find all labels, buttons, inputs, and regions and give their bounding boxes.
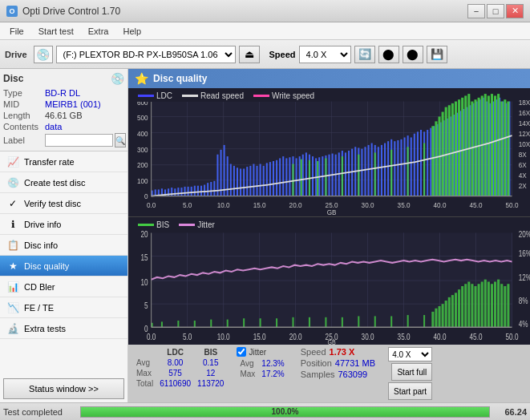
- svg-text:0: 0: [144, 192, 148, 201]
- svg-rect-160: [342, 156, 343, 196]
- svg-rect-86: [285, 158, 287, 196]
- menu-file[interactable]: File: [3, 25, 30, 38]
- svg-rect-259: [471, 284, 473, 327]
- nav-create-test-disc-label: Create test disc: [24, 178, 85, 188]
- start-part-button[interactable]: Start part: [388, 382, 432, 400]
- svg-text:10: 10: [140, 277, 148, 287]
- disc-quality-icon: ★: [6, 260, 19, 273]
- app-icon: O: [6, 6, 18, 17]
- label-search-button[interactable]: 🔍: [115, 133, 126, 147]
- j-avg-label: Avg: [237, 358, 258, 369]
- button2[interactable]: ⬤: [378, 46, 399, 63]
- disc-title: Disc: [3, 73, 23, 84]
- nav-drive-info[interactable]: ℹ Drive info: [0, 214, 127, 235]
- svg-text:4%: 4%: [519, 319, 528, 329]
- refresh-button[interactable]: 🔄: [354, 46, 375, 63]
- drive-select[interactable]: (F:) PLEXTOR BD-R PX-LB950SA 1.06: [56, 46, 236, 63]
- svg-rect-54: [180, 188, 182, 196]
- mid-value: MEIRB1 (001): [45, 99, 101, 109]
- svg-rect-124: [411, 137, 412, 196]
- svg-rect-57: [191, 187, 192, 196]
- svg-text:18X: 18X: [519, 99, 530, 107]
- svg-rect-76: [253, 164, 254, 196]
- save-button[interactable]: 💾: [427, 46, 447, 63]
- close-button[interactable]: ✕: [506, 4, 524, 18]
- svg-rect-174: [458, 99, 460, 196]
- svg-text:10X: 10X: [519, 140, 530, 149]
- svg-text:20%: 20%: [519, 228, 530, 239]
- svg-rect-87: [289, 157, 290, 196]
- svg-rect-101: [335, 155, 337, 196]
- status-window-button[interactable]: Status window >>: [3, 378, 124, 399]
- svg-rect-179: [474, 99, 476, 196]
- nav-items: 📈 Transfer rate 💿 Create test disc ✓ Ver…: [0, 151, 127, 375]
- svg-rect-247: [431, 311, 434, 326]
- jitter-checkbox[interactable]: [237, 347, 246, 357]
- svg-rect-184: [491, 94, 493, 196]
- svg-rect-80: [266, 163, 268, 196]
- nav-create-test-disc[interactable]: 💿 Create test disc: [0, 172, 127, 193]
- svg-rect-253: [451, 295, 454, 327]
- svg-rect-188: [504, 99, 506, 196]
- jitter-label: Jitter: [197, 220, 215, 229]
- svg-rect-84: [279, 158, 281, 196]
- svg-rect-237: [276, 318, 277, 327]
- svg-rect-256: [461, 285, 463, 326]
- nav-verify-test-disc[interactable]: ✓ Verify test disc: [0, 193, 127, 214]
- speed-select-stats[interactable]: 4.0 X 2.0 X 8.0 X: [388, 347, 432, 361]
- svg-rect-262: [481, 281, 483, 327]
- nav-disc-info[interactable]: 📋 Disc info: [0, 235, 127, 256]
- total-label: Total: [133, 378, 156, 389]
- menu-help[interactable]: Help: [116, 25, 148, 38]
- svg-text:50.0: 50.0: [506, 200, 519, 209]
- svg-text:5.0: 5.0: [183, 200, 192, 209]
- svg-rect-260: [474, 285, 476, 326]
- speed-select[interactable]: 4.0 X 2.0 X 8.0 X: [299, 46, 351, 63]
- button3[interactable]: ⬤: [403, 46, 423, 63]
- svg-text:0.0: 0.0: [147, 200, 156, 209]
- svg-rect-232: [194, 320, 196, 326]
- disc-icon: 💿: [111, 72, 124, 85]
- svg-text:14X: 14X: [519, 119, 530, 128]
- minimize-button[interactable]: −: [467, 4, 485, 18]
- progress-bar: 100.0%: [80, 406, 490, 418]
- svg-rect-172: [451, 103, 454, 196]
- svg-rect-180: [478, 98, 480, 196]
- nav-fe-te[interactable]: 📉 FE / TE: [0, 297, 127, 318]
- menu-start-test[interactable]: Start test: [32, 25, 80, 38]
- svg-rect-187: [500, 102, 503, 196]
- type-label: Type: [3, 88, 45, 98]
- svg-rect-169: [442, 112, 444, 196]
- svg-rect-83: [276, 160, 277, 196]
- maximize-button[interactable]: □: [487, 4, 504, 18]
- svg-rect-248: [435, 308, 437, 327]
- svg-text:30.0: 30.0: [362, 331, 374, 341]
- nav-extra-tests[interactable]: 🔬 Extra tests: [0, 318, 127, 339]
- nav-cd-bler[interactable]: 📊 CD Bler: [0, 277, 127, 297]
- svg-rect-116: [384, 143, 386, 196]
- empty-cell: [133, 347, 156, 357]
- menu-extra[interactable]: Extra: [82, 25, 115, 38]
- svg-rect-258: [467, 281, 470, 327]
- svg-rect-61: [204, 185, 205, 196]
- nav-disc-quality[interactable]: ★ Disc quality: [0, 256, 127, 277]
- create-test-disc-icon: 💿: [6, 176, 19, 189]
- svg-rect-261: [478, 284, 480, 327]
- eject-button[interactable]: ⏏: [239, 46, 260, 63]
- svg-rect-185: [494, 95, 496, 196]
- svg-rect-126: [417, 131, 419, 196]
- nav-transfer-rate[interactable]: 📈 Transfer rate: [0, 151, 127, 172]
- length-value: 46.61 GB: [45, 111, 82, 120]
- svg-text:4X: 4X: [519, 172, 527, 180]
- svg-rect-254: [455, 293, 457, 327]
- nav-extra-tests-label: Extra tests: [24, 324, 66, 333]
- nav-verify-test-disc-label: Verify test disc: [24, 199, 81, 208]
- ldc-avg: 8.00: [156, 357, 194, 368]
- start-full-button[interactable]: Start full: [391, 363, 432, 381]
- nav-cd-bler-label: CD Bler: [24, 282, 55, 292]
- jitter-avg: 12.3%: [258, 358, 287, 369]
- svg-text:12%: 12%: [519, 272, 530, 282]
- label-input[interactable]: [45, 134, 113, 147]
- length-label: Length: [3, 111, 45, 120]
- svg-text:8X: 8X: [519, 151, 527, 160]
